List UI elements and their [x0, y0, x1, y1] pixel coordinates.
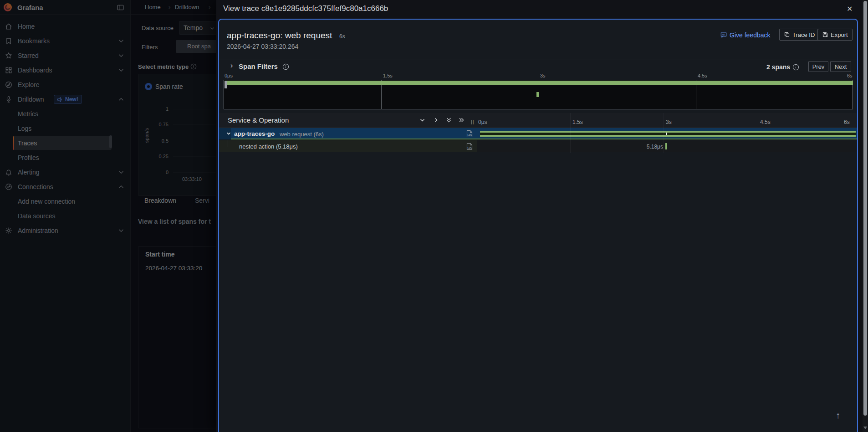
column-resize-handle[interactable]: || [471, 119, 475, 124]
collapse-all-icon[interactable] [445, 117, 452, 123]
expand-one-icon[interactable] [433, 117, 439, 123]
prev-label: Prev [812, 63, 825, 70]
expand-all-icon[interactable] [458, 117, 465, 123]
give-feedback-link[interactable]: Give feedback [730, 31, 771, 39]
minimap-tick: 1.5s [383, 73, 393, 78]
trace-drawer: View trace c8e1e9285ddcfc375ffef9c80a1c6… [216, 0, 868, 432]
section-divider [219, 60, 857, 60]
span-operation-name: nested action (5.18μs) [239, 143, 298, 150]
svg-text:LOG: LOG [468, 147, 473, 149]
close-icon[interactable]: ✕ [847, 5, 853, 13]
trace-id-button[interactable]: Trace ID [779, 29, 819, 41]
svg-text:LOG: LOG [468, 134, 473, 136]
span-logs-icon[interactable]: LOG [466, 130, 473, 138]
ruler-tick: 0μs [478, 119, 487, 125]
scrollbar-thumb[interactable] [863, 1, 867, 416]
prev-span-button[interactable]: Prev [808, 61, 828, 72]
timeline-gridline [570, 113, 571, 153]
trace-duration: 6s [339, 33, 345, 40]
minimap-tick: 3s [540, 73, 546, 78]
span-row-nested-action[interactable]: nested action (5.18μs) LOG 5.18μs [219, 140, 857, 152]
trace-title: app-traces-go: web request [227, 31, 332, 41]
minimap-span-bar [225, 81, 853, 85]
minimap-tick: 6s [847, 73, 853, 78]
save-icon [822, 31, 828, 38]
collapse-one-icon[interactable] [419, 117, 426, 123]
scrollbar-down-arrow-icon[interactable] [863, 427, 867, 429]
copy-icon [784, 31, 790, 38]
minimap-tick: 4.5s [698, 73, 707, 78]
drawer-backdrop[interactable] [0, 0, 216, 432]
trace-id-button-label: Trace ID [792, 31, 815, 38]
span-operation-name: web request (6s) [280, 131, 324, 138]
ruler-tick: 1.5s [572, 119, 583, 125]
next-label: Next [835, 63, 847, 70]
timeline-gridline [664, 113, 664, 153]
trace-timestamp: 2026-04-27 03:33:20.264 [227, 43, 298, 50]
export-button[interactable]: Export [817, 29, 853, 41]
next-span-button[interactable]: Next [830, 61, 851, 72]
timeline-gridline [758, 113, 758, 153]
ruler-tick: 6s [844, 119, 850, 125]
minimap-child-span-tick [536, 92, 539, 97]
chevron-down-icon[interactable] [226, 131, 231, 136]
info-icon[interactable] [792, 64, 799, 71]
comment-icon [720, 31, 727, 39]
span-filters-label[interactable]: Span Filters [239, 62, 278, 70]
tree-indent-guide [228, 140, 228, 147]
child-span-marker [666, 133, 667, 135]
collapse-chevron-icon[interactable]: › [230, 62, 233, 70]
span-duration-label: 5.18μs [618, 144, 663, 150]
span-count: 2 spans [766, 63, 790, 71]
span-bar-nested[interactable] [665, 143, 667, 149]
span-logs-icon[interactable]: LOG [466, 143, 473, 150]
ruler-tick: 3s [666, 119, 672, 125]
span-service-name: app-traces-go [234, 130, 275, 137]
span-bar-parent[interactable] [480, 131, 856, 137]
scrollbar-track[interactable] [863, 0, 868, 432]
minimap-drag-handle[interactable] [225, 81, 227, 88]
span-bar-stripe [480, 133, 856, 135]
trace-minimap[interactable] [224, 80, 853, 109]
ruler-tick: 4.5s [760, 119, 771, 125]
info-icon[interactable] [282, 63, 289, 70]
span-row-app-traces-go[interactable]: app-traces-go web request (6s) LOG [219, 128, 857, 139]
drawer-title: View trace c8e1e9285ddcfc375ffef9c80a1c6… [223, 4, 388, 13]
name-column-divider[interactable] [477, 113, 477, 153]
scroll-to-top-icon[interactable]: ↑ [836, 410, 840, 421]
export-button-label: Export [831, 31, 848, 38]
service-operation-header: Service & Operation [228, 116, 289, 124]
minimap-tick: 0μs [225, 73, 233, 78]
grafana-app: Grafana Home Bookmarks Starred Dashboard… [0, 0, 868, 432]
